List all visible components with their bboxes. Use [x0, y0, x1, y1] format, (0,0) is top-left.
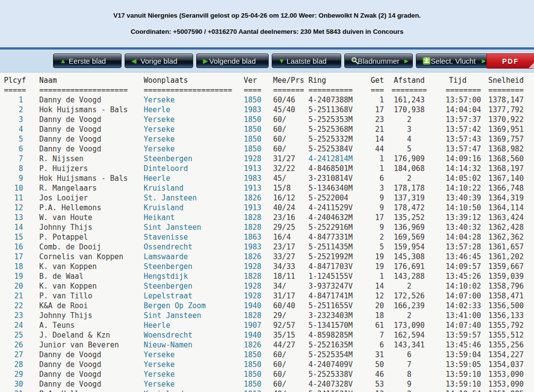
cell-ring: 5-2511655V — [308, 301, 370, 311]
cell-afstand: 6 — [384, 350, 434, 360]
cell-plcyf: 6 — [0, 144, 23, 154]
cell-afstand: 184,068 — [384, 164, 434, 173]
table-header-row: Plcyf Naam Woonplaats Ver Mee/Prs Ring G… — [0, 75, 534, 85]
cell-plcyf: 3 — [0, 115, 23, 124]
chevron-right-icon: ▶ — [405, 58, 408, 64]
cell-get: 2 — [370, 232, 384, 242]
cell-naam: Danny de Voogd — [23, 124, 144, 134]
cell-ver: 1940 — [244, 330, 273, 340]
cell-naam: P. Huijzers — [23, 164, 144, 173]
cell-woonplaats: Stavenisse — [144, 232, 244, 242]
cell-ring: 5-1346340M — [308, 183, 370, 193]
table-row: 23 Johnny Thijs Sint Jansteen 1828 29/ 3… — [0, 311, 534, 320]
cell-get: 19 — [370, 252, 384, 262]
cell-ring: 4-2407328V — [308, 379, 370, 389]
volgende-blad-button[interactable]: ▶ Volgende blad — [196, 53, 269, 68]
bladnummer-button[interactable]: Bladnummer ▶ — [344, 53, 413, 68]
cell-woonplaats: Yerseke — [144, 350, 244, 360]
cell-ver: 1850 — [244, 134, 273, 144]
eerste-blad-button[interactable]: ▲ Eerste blad — [53, 53, 122, 68]
cell-plcyf: 11 — [0, 193, 23, 203]
cell-afstand: 137,319 — [384, 193, 434, 203]
cell-plcyf: 31 — [0, 389, 23, 392]
cell-afstand: 9 — [384, 379, 434, 389]
cell-tijd: 14:05:02 — [434, 173, 481, 183]
cell-ver: 1928 — [244, 154, 273, 164]
cell-snelheid: 1359,667 — [481, 262, 524, 271]
cell-tijd: 13:45:26 — [434, 271, 481, 281]
cell-get: 1 — [370, 95, 384, 105]
cell-naam: K. van Koppen — [23, 281, 144, 291]
cell-get: 1 — [370, 164, 384, 173]
cell-get: 19 — [370, 262, 384, 271]
cell-snelheid: 1358,796 — [481, 281, 524, 291]
cell-get: 9 — [370, 193, 384, 203]
cell-afstand: 170,938 — [384, 105, 434, 115]
cell-ring: 4-2411529V — [308, 203, 370, 213]
cell-plcyf: 16 — [0, 242, 23, 252]
cell-ring: 5-2525332M — [308, 134, 370, 144]
cell-woonplaats: Sint Jansteen — [144, 311, 244, 320]
cell-afstand: 3 — [384, 124, 434, 134]
cell-mee-prs: 31/17 — [273, 291, 308, 301]
table-row: 31 P.A. Hellemons Kruisland 1913 40/ 5-2… — [0, 389, 534, 392]
cell-ring: 5-2511435M — [308, 242, 370, 252]
cell-snelheid: 1370,922 — [481, 115, 524, 124]
cell-mee-prs: 34/33 — [273, 262, 308, 271]
cell-woonplaats: Kruisland — [144, 203, 244, 213]
cell-ring: 1-1245155V — [308, 271, 370, 281]
cell-plcyf: 29 — [0, 369, 23, 379]
cell-plcyf: 19 — [0, 271, 23, 281]
cell-plcyf: 12 — [0, 203, 23, 213]
pdf-button[interactable]: PDF — [486, 53, 534, 69]
vorige-blad-button[interactable]: ◀ Vorige blad — [125, 53, 193, 68]
cell-get: 17 — [370, 105, 384, 115]
cell-mee-prs: 33/27 — [273, 252, 308, 262]
cell-snelheid: 1355,512 — [481, 330, 524, 340]
button-label: Volgende blad — [209, 57, 255, 65]
cell-get: 61 — [370, 320, 384, 330]
cell-get: 1 — [370, 271, 384, 281]
cell-ver: 1850 — [244, 95, 273, 105]
table-row: 21 P. van Tillo Lepelstraat 1928 31/17 4… — [0, 291, 534, 301]
cell-tijd: 13:59:04 — [434, 350, 481, 360]
cell-snelheid: 1354,037 — [481, 360, 524, 369]
cell-ring: 5-2411531V — [308, 389, 370, 392]
cell-woonplaats: Dinteloord — [144, 164, 244, 173]
cell-mee-prs: 60/ — [273, 350, 308, 360]
cell-woonplaats: Steenbergen — [144, 154, 244, 164]
cell-tijd: 13:57:37 — [434, 115, 481, 124]
cell-tijd: 13:57:00 — [434, 95, 481, 105]
cell-plcyf: 27 — [0, 350, 23, 360]
cell-mee-prs: 60/ — [273, 115, 308, 124]
cell-plcyf: 1 — [0, 95, 23, 105]
results-table: Plcyf Naam Woonplaats Ver Mee/Prs Ring G… — [0, 73, 534, 392]
cell-get: 7 — [370, 330, 384, 340]
cell-mee-prs: 35/15 — [273, 330, 308, 340]
cell-mee-prs: 60/ — [273, 124, 308, 134]
col-mee-prs: Mee/Prs — [273, 75, 308, 85]
cell-plcyf: 21 — [0, 291, 23, 301]
download-icon — [423, 57, 431, 65]
table-row: 20 K. van Koppen Steenbergen 1928 34/ 3-… — [0, 281, 534, 291]
col-woonplaats: Woonplaats — [144, 75, 244, 85]
toolbar: ▲ Eerste blad ◀ Vorige blad ▶ Volgende b… — [0, 49, 534, 73]
laatste-blad-button[interactable]: ▼ Laatste blad — [272, 53, 341, 68]
cell-mee-prs: 18/11 — [273, 271, 308, 281]
select-vlucht-button[interactable]: Select. Vlucht ▶ — [416, 53, 490, 68]
cell-naam: P.A. Hellemons — [23, 203, 144, 213]
cell-tijd: 14:04:28 — [434, 232, 481, 242]
cell-mee-prs: 40/24 — [273, 203, 308, 213]
cell-tijd: 13:57:28 — [434, 242, 481, 252]
col-get: Get — [370, 75, 384, 85]
cell-mee-prs: 60/ — [273, 134, 308, 144]
cell-woonplaats: Steenbergen — [144, 262, 244, 271]
cell-snelheid: 1369,951 — [481, 124, 524, 134]
cell-get: 9 — [370, 222, 384, 232]
cell-ver: 1928 — [244, 262, 273, 271]
cell-get: 6 — [370, 340, 384, 350]
pdf-button-label: PDF — [502, 57, 519, 65]
cell-naam: P.A. Hellemons — [23, 389, 144, 392]
cell-tijd: 13:59:10 — [434, 379, 481, 389]
col-snelheid: Snelheid — [481, 75, 524, 85]
